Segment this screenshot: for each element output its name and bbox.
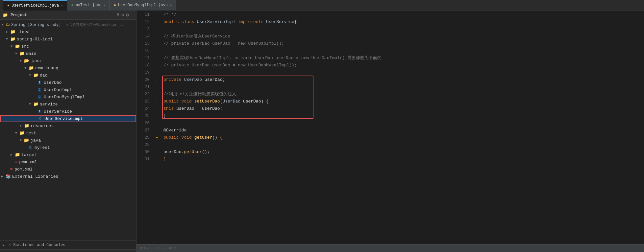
tree-label-extlibs: External Libraries (12, 174, 58, 179)
tree-item-src[interactable]: ▼ 📁 src (0, 43, 136, 50)
code-line-13 (163, 26, 644, 33)
project-folder-icon: 🗂 (6, 22, 10, 27)
code-line-15: // private UserDao userDao = new UserDao… (163, 40, 644, 47)
line31-content: } (163, 156, 166, 163)
tree-item-service[interactable]: ▼ 📁 service (0, 101, 136, 108)
tree-item-userserviceimpl[interactable]: C UserServiceImpl (0, 115, 136, 122)
tab-mytest[interactable]: ● myTest.java ✕ (67, 0, 110, 11)
tree-item-extlibs[interactable]: ▶ 📚 External Libraries (0, 173, 136, 180)
settings-icon[interactable]: ⚙ (126, 12, 129, 18)
chevron-userdaomysqlimpl (34, 95, 37, 99)
line25-content: } (163, 112, 166, 120)
code-line-16 (163, 47, 644, 55)
main-area: 📁 Project ≡ ⊕ ⚙ — ▼ 🗂 Spring [Spring stu… (0, 11, 644, 252)
tree-label-target: target (21, 152, 37, 157)
folder-icon-test: 📁 (19, 130, 25, 136)
tree-item-dao[interactable]: ▼ 📁 dao (0, 72, 136, 79)
tree-item-testjava[interactable]: ▼ 📂 java (0, 137, 136, 144)
tree-item-userservice[interactable]: I UserService (0, 108, 136, 115)
code-editor: 11 12 13 14 15 16 17 18 19 20 21 22 23 2… (136, 11, 644, 252)
chevron-comkuang: ▼ (24, 66, 28, 70)
tree-label-userserviceimpl: UserServiceImpl (44, 116, 83, 121)
bottom-bar: UTF-8 · LF · Java (136, 244, 644, 252)
line23-content: public void setUserDao(UserDao userDao) … (163, 98, 269, 105)
class-icon-mytest: C (29, 146, 32, 149)
interface-icon-userdao: I (38, 81, 41, 84)
class-icon-userdaoimpl: C (38, 88, 41, 92)
class-icon-userdaomysqlimpl: C (38, 95, 41, 99)
tree-item-pomxml1[interactable]: m pom.xml (0, 158, 136, 166)
tree-label-test: test (26, 131, 36, 136)
code-line-28: public void getUser() { (163, 134, 644, 141)
chevron-test: ▼ (15, 131, 18, 135)
gutter-col: ↓ ↓ ● (153, 11, 161, 244)
code-line-24: this.userDao = userDao; (163, 105, 644, 112)
tree-label-java: java (31, 58, 41, 63)
line27-content: @Override (163, 127, 186, 134)
chevron-userdao (34, 81, 37, 84)
scratches-label: Scratches and Consoles (13, 243, 65, 247)
file-tree: ▼ 🗂 Spring [Spring study] D:\学习笔记\狂神说Jav… (0, 20, 136, 240)
line14-content: // 将UserDao引入UserService (163, 33, 230, 40)
tab-close-3[interactable]: ✕ (170, 3, 172, 7)
line15-content: // private UserDao userDao = new UserDao… (163, 40, 284, 47)
chevron-service: ▼ (29, 103, 32, 106)
tree-item-idea[interactable]: ▶ 📁 .idea (0, 28, 136, 35)
tree-label-resources: resources (31, 124, 54, 128)
code-line-14: // 将UserDao引入UserService (163, 33, 644, 40)
sidebar-hscrollbar[interactable] (0, 249, 136, 252)
chevron-mytest (24, 146, 28, 149)
line20-content: private UserDao userDao; (163, 76, 225, 83)
code-content: 11 12 13 14 15 16 17 18 19 20 21 22 23 2… (136, 11, 644, 244)
tree-item-userdaomysqlimpl[interactable]: C UserDaoMysqlImpl (0, 93, 136, 101)
minimize-icon[interactable]: — (131, 12, 134, 18)
chevron-main: ▼ (15, 52, 18, 56)
tab-close-1[interactable]: ✕ (61, 4, 63, 8)
chevron-dao: ▼ (29, 74, 32, 77)
tree-item-java[interactable]: ▼ 📂 java (0, 57, 136, 64)
tree-item-target[interactable]: ▶ 📁 target (0, 151, 136, 158)
code-line-30: userDao.getUser(); (163, 149, 644, 156)
tab-userdaomysqlimpl[interactable]: ● UserDaoMysqlImpl.java ✕ (110, 0, 176, 11)
tree-item-userdao[interactable]: I UserDao (0, 79, 136, 86)
tab-icon-3: ● (114, 3, 116, 8)
chevron-testjava: ▼ (20, 139, 23, 142)
tab-icon-1: ● (7, 3, 10, 8)
tab-label-1: UserServiceImpl.java (12, 3, 59, 8)
scratches-icon: ⚡ (9, 242, 11, 247)
locate-icon[interactable]: ⊕ (121, 12, 124, 18)
folder-icon-dao: 📁 (33, 73, 38, 78)
folder-icon-idea: 📁 (10, 29, 15, 34)
code-line-21 (163, 83, 644, 91)
line18-content: // private UserDao userDao = new UserDao… (163, 62, 297, 69)
line12-content: public class UserServiceImpl implements … (163, 18, 297, 26)
tab-label-3: UserDaoMysqlImpl.java (118, 3, 168, 8)
chevron-spring01: ▼ (6, 37, 9, 41)
tab-userserviceimpl[interactable]: ● UserServiceImpl.java ✕ (3, 0, 67, 11)
tree-label-pomxml1: pom.xml (19, 160, 37, 165)
collapse-all-icon[interactable]: ≡ (116, 12, 119, 18)
folder-icon-main: 📁 (19, 51, 25, 56)
tree-item-resources[interactable]: ▶ 📁 resources (0, 122, 136, 129)
tab-close-2[interactable]: ✕ (104, 3, 106, 7)
tree-item-mytest[interactable]: C myTest (0, 144, 136, 151)
class-icon-userserviceimpl: C (38, 117, 42, 121)
tree-label-mytest: myTest (35, 145, 50, 150)
scratches-item[interactable]: ▶ ⚡ Scratches and Consoles (0, 240, 136, 249)
code-line-23: public void setUserDao(UserDao userDao) … (163, 98, 644, 105)
tree-item-spring-root[interactable]: ▼ 🗂 Spring [Spring study] D:\学习笔记\狂神说Jav… (0, 21, 136, 28)
tree-item-userdaoimpl[interactable]: C UserDaoImpl (0, 86, 136, 93)
chevron-spring-root: ▼ (1, 23, 5, 27)
tree-item-pomxml2[interactable]: m pom.xml (0, 166, 136, 173)
tree-label-pomxml2: pom.xml (14, 167, 33, 172)
tree-item-main[interactable]: ▼ 📁 main (0, 50, 136, 57)
folder-icon-resources: 📁 (24, 123, 29, 128)
code-line-20: private UserDao userDao; (163, 76, 644, 83)
tree-item-spring01[interactable]: ▼ 📁 spring-01-ioc1 (0, 35, 136, 43)
tree-label-main: main (26, 51, 36, 56)
line-numbers: 11 12 13 14 15 16 17 18 19 20 21 22 23 2… (136, 11, 153, 244)
tree-label-spring-root: Spring [Spring study] D:\学习笔记\狂神说Java\Sp… (11, 22, 124, 27)
tree-item-test[interactable]: ▼ 📁 test (0, 129, 136, 137)
tree-item-comkuang[interactable]: ▼ 📁 com.kuang (0, 64, 136, 72)
code-line-18: // private UserDao userDao = new UserDao… (163, 62, 644, 69)
